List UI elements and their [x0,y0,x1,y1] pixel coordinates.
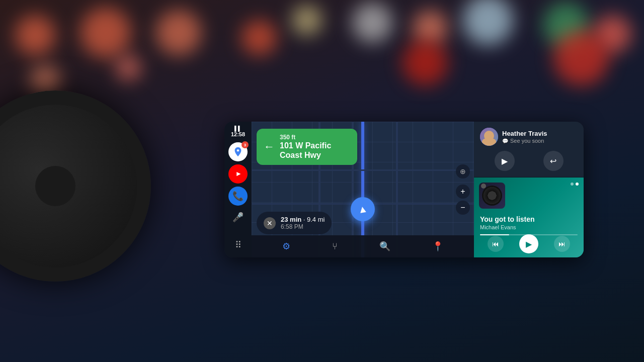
zoom-in-button[interactable]: + [456,185,470,199]
song-title: You got to listen [480,215,578,223]
reply-message-button[interactable]: ↩ [543,151,564,171]
music-controls: ⏮ ▶ ⏭ [480,234,578,253]
dot-1 [571,183,574,186]
play-message-button[interactable]: ▶ [495,151,515,171]
nav-instruction-card: ← 350 ft 101 W PacificCoast Hwy [257,129,357,165]
turn-arrow-icon: ← [264,140,275,153]
eta-card: ✕ 23 min · 9.4 mi 6:58 PM [257,212,332,234]
mic-button[interactable]: 🎤 [229,209,247,226]
bokeh-1 [15,15,55,55]
search-toolbar-button[interactable]: 🔍 [375,239,394,254]
status-bar: ▌▌ 12:58 [231,126,245,137]
message-header: Heather Travis 💬 See you soon [480,128,578,146]
contact-avatar [480,128,498,146]
settings-toolbar-button[interactable]: ⚙ [278,239,294,254]
bokeh-2 [80,8,131,58]
cursor-arrow-icon: ▲ [357,203,368,216]
music-info: You got to listen Michael Evans [480,215,578,235]
music-page-dots [571,183,579,186]
bokeh-red-2 [553,30,609,85]
dot-2 [576,183,579,186]
play-pause-button[interactable]: ▶ [519,234,538,253]
bokeh-12 [116,55,141,80]
sidebar-item-phone[interactable]: 📞 [228,187,248,206]
message-preview-row: 💬 See you soon [502,138,578,144]
bokeh-3 [156,10,201,55]
nav-directions: 350 ft 101 W PacificCoast Hwy [280,134,331,160]
zoom-out-button[interactable]: − [456,201,470,215]
bokeh-4 [242,20,277,55]
message-type-icon: 💬 [502,138,508,144]
message-actions: ▶ ↩ [480,151,578,171]
bokeh-6 [352,3,392,43]
message-preview-text: See you soon [510,138,544,144]
bokeh-5 [292,5,322,35]
hroad-1 [252,169,474,171]
route-toolbar-button[interactable]: ⑂ [328,239,342,254]
sidebar-item-maps[interactable] [228,142,248,161]
song-artist: Michael Evans [480,224,578,230]
map-controls: ⊕ + − [456,164,470,215]
record-indicator [481,184,486,189]
music-card: You got to listen Michael Evans ⏮ ▶ ⏭ [474,177,584,257]
sidebar: ▌▌ 12:58 📞 🎤 ⠿ [224,122,252,257]
nav-cursor: ▲ [351,197,375,221]
android-auto-display: ▌▌ 12:58 📞 🎤 ⠿ [224,122,584,257]
bokeh-8 [463,0,513,45]
eta-time: 23 min · 9.4 mi [281,216,325,223]
eta-close-button[interactable]: ✕ [264,217,276,229]
message-info: Heather Travis 💬 See you soon [502,130,578,144]
sidebar-item-youtube[interactable] [228,164,248,184]
nav-street: 101 W PacificCoast Hwy [280,141,331,160]
nav-distance: 350 ft [280,134,331,141]
contact-name: Heather Travis [502,130,578,137]
eta-info: 23 min · 9.4 mi 6:58 PM [281,216,325,230]
eta-arrival: 6:58 PM [281,223,325,230]
message-card: Heather Travis 💬 See you soon ▶ ↩ [474,122,584,177]
map-toolbar: ⚙ ⑂ 🔍 📍 [252,235,474,257]
compass-button[interactable]: ⊕ [456,164,470,178]
bokeh-7 [413,10,448,45]
prev-track-button[interactable]: ⏮ [488,236,504,252]
apps-button[interactable]: ⠿ [232,236,245,253]
next-track-button[interactable]: ⏭ [554,236,570,252]
cursor-circle: ▲ [351,197,375,221]
bokeh-red-1 [403,40,448,85]
map-view[interactable]: ← 350 ft 101 W PacificCoast Hwy ✕ 23 min… [252,122,474,257]
signal-icon: ▌▌ [234,126,242,131]
clock: 12:58 [231,132,245,137]
right-panel: Heather Travis 💬 See you soon ▶ ↩ [474,122,584,257]
vinyl-record-icon [482,186,502,206]
pin-toolbar-button[interactable]: 📍 [428,239,447,254]
